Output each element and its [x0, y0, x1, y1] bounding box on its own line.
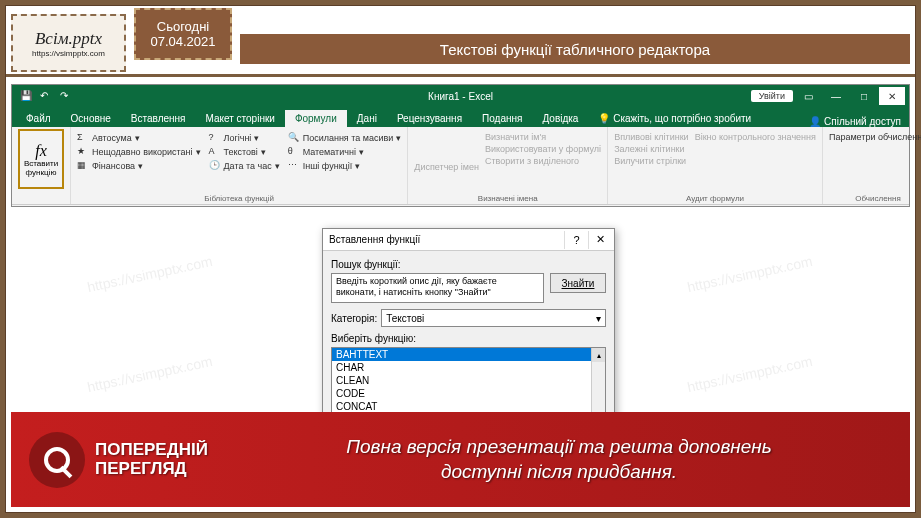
list-item[interactable]: CHAR [332, 361, 605, 374]
preview-label: ПОПЕРЕДНІЙ ПЕРЕГЛЯД [95, 441, 208, 478]
date-box: Сьогодні 07.04.2021 [134, 8, 232, 60]
tab-help[interactable]: Довідка [532, 110, 588, 127]
remove-arrows-button[interactable]: Вилучити стрілки [614, 156, 689, 166]
slide-header: Всім.pptx https://vsimpptx.com Сьогодні … [6, 6, 915, 79]
preview-badge: ПОПЕРЕДНІЙ ПЕРЕГЛЯД [11, 432, 208, 488]
lookup-button[interactable]: 🔍Посилання та масиви ▾ [288, 132, 402, 144]
tab-pagelayout[interactable]: Макет сторінки [196, 110, 285, 127]
logo-text: Всім.pptx [35, 29, 102, 49]
money-icon: ▦ [77, 160, 89, 172]
tab-insert[interactable]: Вставлення [121, 110, 196, 127]
more-functions-button[interactable]: ⋯Інші функції ▾ [288, 160, 402, 172]
autosum-button[interactable]: ΣАвтосума ▾ [77, 132, 201, 144]
watermark: https://vsimpptx.com [86, 353, 214, 395]
sigma-icon: Σ [77, 132, 89, 144]
tab-home[interactable]: Основне [61, 110, 121, 127]
category-select[interactable]: Текстові ▾ [381, 309, 606, 327]
search-input[interactable]: Введіть короткий опис дії, яку бажаєте в… [331, 273, 544, 303]
insert-function-group: fx Вставити функцію [12, 127, 71, 204]
tab-formulas[interactable]: Формули [285, 110, 347, 127]
signin-button[interactable]: Увійти [751, 90, 793, 102]
tab-view[interactable]: Подання [472, 110, 532, 127]
tab-review[interactable]: Рецензування [387, 110, 472, 127]
question-icon: ? [209, 132, 221, 144]
select-function-label: Виберіть функцію: [331, 333, 606, 344]
date-label: Сьогодні [157, 19, 209, 34]
watch-window-button[interactable]: Вікно контрольного значення [695, 132, 816, 142]
redo-icon[interactable]: ↷ [60, 90, 72, 102]
minimize-button[interactable]: — [823, 87, 849, 105]
chevron-down-icon: ▾ [596, 313, 601, 324]
logo-url: https://vsimpptx.com [32, 49, 105, 58]
trace-precedents-button[interactable]: Впливові клітинки [614, 132, 689, 142]
dialog-titlebar[interactable]: Вставлення функції ? ✕ [323, 229, 614, 251]
define-name-button[interactable]: Визначити ім'я [485, 132, 601, 142]
excel-window: 💾 ↶ ↷ Книга1 - Excel Увійти ▭ — □ ✕ Файл… [11, 84, 910, 207]
search-label: Пошук функції: [331, 259, 606, 270]
financial-button[interactable]: ▦Фінансова ▾ [77, 160, 201, 172]
insert-function-button[interactable]: fx Вставити функцію [18, 129, 64, 189]
tab-data[interactable]: Дані [347, 110, 387, 127]
text-icon: A [209, 146, 221, 158]
close-button[interactable]: ✕ [879, 87, 905, 105]
quick-access-toolbar: 💾 ↶ ↷ [12, 90, 72, 102]
group-label: Аудит формули [608, 194, 822, 203]
ribbon-display-icon[interactable]: ▭ [795, 87, 821, 105]
more-icon: ⋯ [288, 160, 300, 172]
slide-title: Текстові функції табличного редактора [240, 34, 910, 64]
star-icon: ★ [77, 146, 89, 158]
help-button[interactable]: ? [564, 231, 588, 249]
tab-file[interactable]: Файл [16, 110, 61, 127]
list-item[interactable]: BAHTTEXT [332, 348, 605, 361]
maximize-button[interactable]: □ [851, 87, 877, 105]
formula-audit-group: Впливові клітинки Залежні клітинки Вилуч… [608, 127, 823, 204]
save-icon[interactable]: 💾 [20, 90, 32, 102]
function-library-group: ΣАвтосума ▾ ★Нещодавно використані ▾ ▦Фі… [71, 127, 408, 204]
list-item[interactable]: CODE [332, 387, 605, 400]
name-manager-button[interactable]: Диспетчер імен [414, 162, 479, 172]
recent-button[interactable]: ★Нещодавно використані ▾ [77, 146, 201, 158]
magnifier-icon [29, 432, 85, 488]
watermark: https://vsimpptx.com [86, 253, 214, 295]
divider [6, 74, 915, 77]
ribbon-body: fx Вставити функцію ΣАвтосума ▾ ★Нещодав… [12, 127, 909, 205]
ribbon-tabs: Файл Основне Вставлення Макет сторінки Ф… [12, 107, 909, 127]
group-label: Визначені імена [408, 194, 607, 203]
trace-dependents-button[interactable]: Залежні клітинки [614, 144, 689, 154]
scroll-up-icon[interactable]: ▴ [592, 348, 605, 362]
category-label: Категорія: [331, 313, 377, 324]
use-in-formula-button[interactable]: Використовувати у формулі [485, 144, 601, 154]
dialog-title: Вставлення функції [329, 234, 420, 245]
overlay-message: Повна версія презентації та решта доповн… [208, 435, 910, 484]
fx-icon: fx [35, 142, 47, 160]
preview-overlay: ПОПЕРЕДНІЙ ПЕРЕГЛЯД Повна версія презент… [11, 412, 910, 507]
undo-icon[interactable]: ↶ [40, 90, 52, 102]
search-button[interactable]: Знайти [550, 273, 606, 293]
defined-names-group: Диспетчер імен Визначити ім'я Використов… [408, 127, 608, 204]
theta-icon: θ [288, 146, 300, 158]
datetime-button[interactable]: 🕒Дата та час ▾ [209, 160, 280, 172]
dialog-close-button[interactable]: ✕ [588, 231, 612, 249]
excel-titlebar: 💾 ↶ ↷ Книга1 - Excel Увійти ▭ — □ ✕ [12, 85, 909, 107]
group-label: Обчислення [823, 194, 921, 203]
clock-icon: 🕒 [209, 160, 221, 172]
watermark: https://vsimpptx.com [686, 253, 814, 295]
calc-options-button[interactable]: Параметри обчислення [829, 132, 921, 142]
math-button[interactable]: θМатематичні ▾ [288, 146, 402, 158]
lookup-icon: 🔍 [288, 132, 300, 144]
logical-button[interactable]: ?Логічні ▾ [209, 132, 280, 144]
date-value: 07.04.2021 [150, 34, 215, 49]
logo-box: Всім.pptx https://vsimpptx.com [11, 14, 126, 72]
window-title: Книга1 - Excel [428, 91, 493, 102]
share-button[interactable]: 👤 Спільний доступ [809, 116, 901, 127]
watermark: https://vsimpptx.com [686, 353, 814, 395]
create-from-selection-button[interactable]: Створити з виділеного [485, 156, 601, 166]
calculation-group: Параметри обчислення Обчислення [823, 127, 921, 204]
list-item[interactable]: CLEAN [332, 374, 605, 387]
group-label: Бібліотека функцій [71, 194, 407, 203]
tell-me[interactable]: 💡 Скажіть, що потрібно зробити [588, 110, 761, 127]
text-button[interactable]: AТекстові ▾ [209, 146, 280, 158]
